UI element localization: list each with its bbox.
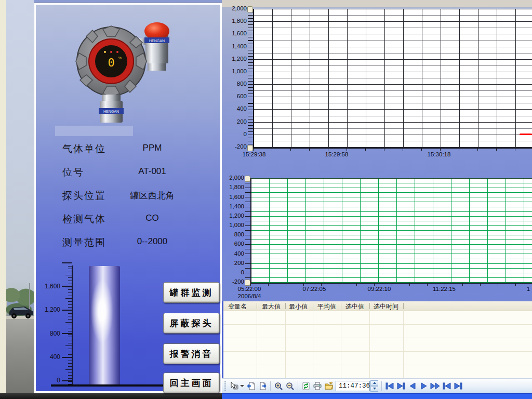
tank-group-monitor-button[interactable]: 罐群监测: [163, 282, 220, 303]
chart2-ytick: 1,200: [216, 212, 244, 219]
chart1-ytick: 1,600: [219, 30, 247, 36]
seek-next-icon[interactable]: [395, 380, 407, 392]
refresh-icon[interactable]: [300, 380, 312, 392]
column-line: [257, 311, 257, 378]
chart2-xtick-partial: 1: [510, 286, 532, 292]
chart1-ytick: 400: [219, 105, 247, 112]
chart2-xtick: 09:22:10: [361, 286, 398, 292]
page-previous-icon[interactable]: [245, 380, 257, 392]
gauge-tick-800: 800: [35, 330, 60, 337]
chart1-ytick: 1,200: [219, 56, 247, 62]
info-label-gas-unit: 气体单位: [62, 142, 106, 156]
col-variable-name[interactable]: 变量名: [228, 302, 247, 311]
toolbar-separator: [270, 381, 271, 391]
chart2-ytick: 400: [216, 250, 244, 257]
history-trend-plot[interactable]: [250, 178, 532, 284]
chart1-ytick: -200: [219, 143, 247, 150]
chart1-ytick: 800: [219, 81, 247, 87]
chart2-ytick: 600: [216, 241, 244, 247]
column-line: [403, 311, 404, 378]
chart2-ytick: -200: [216, 278, 244, 285]
column-line: [341, 311, 341, 378]
chart1-upper-scale-handle[interactable]: [247, 6, 253, 12]
realtime-trend-x-axis-ticks: [253, 148, 532, 151]
step-forward-icon[interactable]: [418, 380, 430, 392]
info-value-gas-type: CO: [113, 213, 191, 223]
window-top-strip: [222, 0, 532, 7]
wallpaper-road: [6, 318, 34, 393]
chart1-ytick: 600: [219, 93, 247, 99]
realtime-trend-plot[interactable]: [253, 9, 532, 149]
desktop-wallpaper-photo: [6, 0, 34, 393]
chart2-ytick: 1,000: [216, 222, 244, 228]
chart2-lower-scale-handle[interactable]: [245, 280, 250, 286]
tools-dropdown-caret[interactable]: [240, 385, 244, 387]
col-min-value[interactable]: 最小值: [289, 302, 308, 311]
column-line: [285, 311, 286, 378]
realtime-trend-y-axis-ticks: [248, 9, 253, 147]
time-spinner-up[interactable]: [370, 380, 378, 386]
fast-forward-icon[interactable]: [430, 380, 441, 392]
chart1-xtick: 15:29:38: [235, 151, 273, 157]
zoom-in-icon[interactable]: [273, 380, 284, 392]
gauge-tick-0: 0: [35, 377, 60, 384]
seek-start-icon[interactable]: [384, 380, 395, 392]
chart1-xtick: 15:29:58: [318, 151, 355, 157]
column-line: [369, 311, 370, 378]
return-main-screen-button[interactable]: 回主画面: [163, 373, 220, 393]
chart1-ytick: 1,800: [219, 18, 247, 24]
chart2-xtick: 11:22:15: [425, 286, 463, 292]
info-value-tag: AT-001: [113, 166, 191, 177]
info-label-location: 探头位置: [62, 189, 106, 203]
header-separator: [285, 303, 286, 309]
chart2-ytick: 2,000: [216, 175, 244, 181]
properties-icon[interactable]: [323, 380, 335, 392]
chart2-ytick: 200: [216, 260, 244, 266]
seek-prev-bound-icon[interactable]: [441, 380, 453, 392]
tools-icon[interactable]: [229, 380, 240, 392]
svg-text:HENGAN: HENGAN: [103, 110, 119, 113]
chart2-xtick: 07:22:05: [296, 286, 333, 292]
toolbar-grip[interactable]: [224, 381, 226, 391]
info-label-gas-type: 检测气体: [62, 212, 106, 226]
header-separator: [403, 303, 404, 309]
chart2-upper-scale-handle[interactable]: [245, 176, 250, 182]
wallpaper-car: [7, 302, 34, 320]
toolbar-separator: [298, 381, 298, 391]
alarm-mute-button[interactable]: 报警消音: [163, 343, 220, 364]
zoom-out-icon[interactable]: [284, 380, 296, 392]
chart1-ytick: 0: [219, 131, 247, 137]
chart1-ytick: 1,400: [219, 43, 247, 49]
gauge-tick-1600: 1,600: [35, 283, 60, 290]
header-separator: [313, 303, 313, 309]
col-avg-value[interactable]: 平均值: [317, 302, 336, 311]
seek-end-icon[interactable]: [453, 380, 464, 392]
col-max-value[interactable]: 最大值: [262, 302, 281, 311]
col-selected-time[interactable]: 选中时间: [374, 302, 398, 311]
shield-probe-button[interactable]: 屏蔽探头: [163, 313, 220, 334]
info-value-location: 罐区西北角: [113, 190, 191, 202]
gauge-tick-1200: 1,200: [35, 306, 60, 313]
step-back-icon[interactable]: [407, 380, 418, 392]
statistics-table-body: [223, 311, 532, 378]
chart1-ytick: 1,000: [219, 68, 247, 74]
page-next-icon[interactable]: [257, 380, 268, 392]
chart1-lower-scale-handle[interactable]: [247, 145, 253, 151]
info-value-range: 0--2000: [113, 236, 191, 247]
chart1-ytick: 2,000: [219, 5, 247, 11]
column-line: [313, 311, 313, 378]
svg-text:%: %: [118, 56, 122, 60]
time-input[interactable]: 11:47:36: [336, 381, 370, 391]
gauge-value-bar: [89, 266, 120, 385]
col-selected-value[interactable]: 选中值: [345, 302, 364, 311]
co-series-line: [520, 134, 532, 135]
wallpaper-sky: [6, 0, 34, 291]
time-field: 11:47:36: [336, 380, 378, 392]
hmi-screen: HENGAN 0 % HENGAN 气体单位 PPM 位号 AT-001 探头位…: [0, 0, 532, 399]
time-spinner-down[interactable]: [370, 386, 378, 392]
chart1-ytick: 200: [219, 118, 247, 125]
print-icon[interactable]: [312, 380, 323, 392]
bottom-shadow-strip: [0, 393, 222, 399]
info-label-tag: 位号: [62, 166, 84, 179]
chart2-ytick: 800: [216, 231, 244, 237]
